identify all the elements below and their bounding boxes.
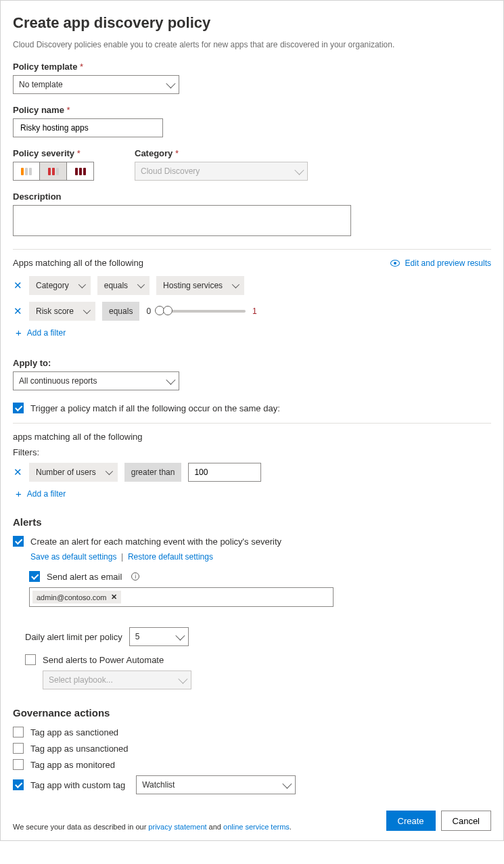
footer-suffix: . — [290, 823, 292, 831]
severity-bar-icon — [48, 168, 51, 175]
footer-text: We secure your data as described in our … — [13, 823, 292, 831]
severity-high-button[interactable] — [67, 162, 94, 181]
email-recipients-input[interactable]: admin@contoso.com ✕ — [29, 587, 334, 607]
tag-custom-checkbox[interactable] — [13, 779, 24, 790]
severity-bar-icon — [56, 168, 59, 175]
slider-thumb-max[interactable] — [163, 306, 173, 315]
slider-min: 0 — [146, 306, 151, 316]
info-icon[interactable]: i — [131, 572, 139, 581]
playbook-select: Select playbook... — [43, 670, 191, 689]
remove-email-icon[interactable]: ✕ — [111, 593, 117, 601]
remove-filter-icon[interactable]: ✕ — [13, 305, 22, 317]
risk-score-slider[interactable]: 0 1 — [146, 306, 256, 316]
divider — [13, 249, 491, 250]
policy-template-select[interactable]: No template — [13, 75, 179, 94]
send-email-label: Send alert as email — [47, 572, 122, 582]
plus-icon: + — [16, 488, 22, 499]
filter-value-input[interactable] — [188, 463, 261, 482]
governance-section-title: Governance actions — [13, 707, 491, 719]
send-email-checkbox[interactable] — [29, 571, 40, 582]
page-subtitle: Cloud Discovery policies enable you to c… — [13, 40, 491, 49]
tag-sanctioned-checkbox[interactable] — [13, 727, 24, 737]
playbook-placeholder: Select playbook... — [49, 675, 113, 685]
apply-to-select[interactable]: All continuous reports — [13, 371, 179, 390]
add-filter-button[interactable]: + Add a filter — [16, 488, 491, 499]
apply-to-value: All continuous reports — [19, 376, 97, 386]
daily-limit-label: Daily alert limit per policy — [25, 632, 122, 642]
severity-medium-button[interactable] — [40, 162, 67, 181]
cancel-button[interactable]: Cancel — [441, 811, 491, 831]
severity-bar-icon — [52, 168, 55, 175]
edit-preview-link[interactable]: Edit and preview results — [390, 258, 491, 268]
filter-field-select[interactable]: Risk score — [29, 302, 95, 321]
filter-field-value: Number of users — [36, 468, 96, 477]
slider-track[interactable] — [158, 310, 246, 313]
tag-unsanctioned-label: Tag app as unsanctioned — [30, 744, 129, 754]
add-filter-label: Add a filter — [27, 328, 66, 338]
tag-custom-label: Tag app with custom tag — [30, 780, 125, 790]
tag-unsanctioned-checkbox[interactable] — [13, 743, 24, 754]
remove-filter-icon[interactable]: ✕ — [13, 279, 22, 292]
filter-op-label[interactable]: equals — [102, 302, 139, 321]
daily-limit-select[interactable]: 5 — [129, 627, 189, 646]
slider-max: 1 — [252, 306, 257, 316]
page-title: Create app discovery policy — [13, 14, 491, 32]
severity-bar-icon — [25, 168, 28, 175]
filter-field-value: Category — [36, 281, 69, 290]
custom-tag-value: Watchlist — [142, 780, 175, 790]
restore-defaults-link[interactable]: Restore default settings — [128, 552, 213, 562]
chevron-down-icon — [105, 468, 112, 475]
save-defaults-link[interactable]: Save as default settings — [30, 552, 116, 562]
filter-row: ✕ Number of users greater than — [13, 463, 491, 482]
filter-op-select[interactable]: equals — [97, 276, 150, 295]
footer-mid: and — [207, 823, 223, 831]
severity-low-button[interactable] — [13, 162, 40, 181]
severity-bar-icon — [79, 168, 82, 175]
filter-op-label[interactable]: greater than — [124, 463, 182, 482]
description-label: Description — [13, 191, 491, 202]
severity-bar-icon — [75, 168, 78, 175]
chevron-down-icon — [294, 166, 304, 175]
filter-op-value: greater than — [131, 468, 175, 477]
filter-field-select[interactable]: Category — [29, 276, 91, 295]
privacy-link[interactable]: privacy statement — [148, 823, 206, 831]
filter-value-text: Hosting services — [163, 281, 223, 290]
chevron-down-icon — [283, 779, 292, 789]
policy-name-label: Policy name — [13, 105, 491, 115]
add-filter-button[interactable]: + Add a filter — [16, 327, 491, 338]
policy-template-value: No template — [19, 80, 63, 89]
filters-label: Filters: — [13, 447, 491, 457]
separator: | — [119, 552, 128, 562]
create-button[interactable]: Create — [386, 811, 436, 831]
chevron-down-icon — [232, 281, 239, 288]
plus-icon: + — [16, 327, 22, 338]
email-chip: admin@contoso.com ✕ — [32, 591, 121, 604]
chevron-down-icon — [166, 376, 175, 385]
remove-filter-icon[interactable]: ✕ — [13, 466, 22, 478]
policy-severity-label: Policy severity — [13, 148, 94, 158]
email-chip-value: admin@contoso.com — [37, 593, 107, 601]
description-textarea[interactable] — [13, 205, 351, 236]
matching-section-title: Apps matching all of the following — [13, 258, 143, 268]
category-select: Cloud Discovery — [135, 162, 308, 181]
daily-limit-value: 5 — [135, 632, 140, 641]
apply-to-label: Apply to: — [13, 358, 491, 368]
category-label: Category — [135, 148, 308, 158]
policy-name-input[interactable] — [13, 118, 163, 137]
create-alert-checkbox[interactable] — [13, 536, 24, 547]
chevron-down-icon — [178, 675, 187, 684]
filter-row: ✕ Category equals Hosting services — [13, 276, 491, 295]
terms-link[interactable]: online service terms — [223, 823, 290, 831]
trigger-checkbox[interactable] — [13, 403, 24, 413]
tag-monitored-label: Tag app as monitored — [30, 760, 115, 770]
filter-field-value: Risk score — [36, 306, 74, 316]
alerts-section-title: Alerts — [13, 516, 491, 528]
power-automate-checkbox[interactable] — [25, 654, 36, 665]
custom-tag-select[interactable]: Watchlist — [136, 775, 296, 794]
filter-field-select[interactable]: Number of users — [29, 463, 118, 482]
tag-monitored-checkbox[interactable] — [13, 759, 24, 770]
footer-prefix: We secure your data as described in our — [13, 823, 148, 831]
policy-name-field[interactable] — [19, 122, 157, 133]
chevron-down-icon — [78, 281, 85, 288]
filter-value-select[interactable]: Hosting services — [156, 276, 244, 295]
